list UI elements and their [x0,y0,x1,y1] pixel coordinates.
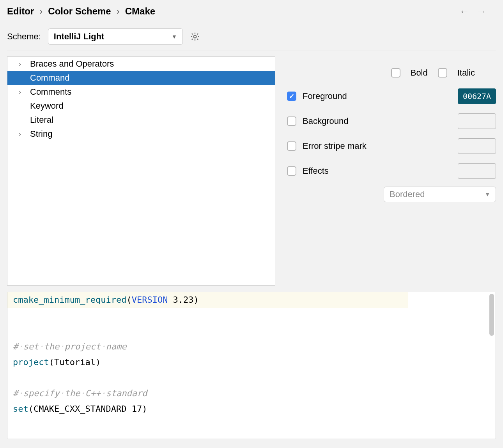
error-stripe-checkbox[interactable] [287,141,296,151]
breadcrumb-cmake[interactable]: CMake [125,6,155,17]
foreground-checkbox[interactable] [287,92,296,101]
italic-label: Italic [457,68,475,78]
effects-type-value: Bordered [390,189,425,199]
scrollbar-track[interactable] [489,294,494,437]
forward-arrow-icon[interactable]: → [476,6,487,16]
breadcrumb: Editor › Color Scheme › CMake [7,6,155,17]
code-keyword: VERSION [132,295,168,305]
code-comment: #·set·the·project·name [13,342,126,351]
foreground-label: Foreground [303,91,347,101]
svg-point-0 [193,35,196,38]
background-swatch[interactable] [458,113,496,129]
scrollbar-thumb[interactable] [489,294,494,336]
chevron-right-icon[interactable]: › [12,60,28,68]
error-stripe-label: Error stripe mark [303,141,367,151]
back-arrow-icon[interactable]: ← [459,6,469,16]
code-command: project [13,357,49,367]
bold-label: Bold [411,68,428,78]
effects-checkbox[interactable] [287,166,296,176]
tree-item-label: Braces and Operators [28,59,114,69]
chevron-right-icon: › [117,6,120,17]
chevron-down-icon: ▼ [172,34,177,40]
chevron-down-icon: ▼ [485,191,490,198]
effects-type-select[interactable]: Bordered ▼ [384,187,496,202]
tree-item-label: Command [28,73,69,83]
code-text: (Tutorial) [49,357,101,367]
category-tree: › Braces and Operators Command › Comment… [7,56,275,286]
tree-item-command[interactable]: Command [7,71,275,85]
bold-checkbox[interactable] [391,68,400,78]
preview-gutter [408,292,496,439]
breadcrumb-color-scheme[interactable]: Color Scheme [48,6,111,17]
tree-item-literal[interactable]: Literal [7,113,275,127]
chevron-right-icon[interactable]: › [12,88,28,96]
code-punct: ( [126,295,131,305]
code-text: (CMAKE_CXX_STANDARD 17) [28,404,147,414]
attribute-options: Bold Italic Foreground 00627A Background… [287,56,496,286]
gear-icon[interactable] [190,32,200,42]
scheme-label: Scheme: [7,32,41,42]
foreground-swatch[interactable]: 00627A [458,88,496,104]
tree-item-label: String [28,129,52,139]
breadcrumb-editor[interactable]: Editor [7,6,34,17]
tree-item-braces[interactable]: › Braces and Operators [7,57,275,71]
scheme-select[interactable]: IntelliJ Light ▼ [48,28,183,45]
italic-checkbox[interactable] [438,68,447,78]
code-comment: #·specify·the·C++·standard [13,388,147,398]
code-text: 3.23) [168,295,198,305]
tree-item-comments[interactable]: › Comments [7,85,275,99]
tree-item-label: Keyword [28,101,64,111]
background-checkbox[interactable] [287,116,296,126]
preview-code-area[interactable]: cmake_minimum_required(VERSION 3.23) #·s… [7,292,408,439]
error-stripe-swatch[interactable] [458,138,496,154]
divider [7,51,496,51]
code-command: cmake_minimum_required [13,295,126,305]
background-label: Background [303,116,348,126]
tree-item-label: Comments [28,87,71,97]
chevron-right-icon: › [39,6,43,17]
effects-swatch[interactable] [458,163,496,179]
effects-label: Effects [303,166,329,176]
scheme-value: IntelliJ Light [54,32,104,42]
tree-item-label: Literal [28,115,53,125]
code-preview: cmake_minimum_required(VERSION 3.23) #·s… [7,292,496,439]
code-command: set [13,404,28,414]
tree-item-string[interactable]: › String [7,127,275,141]
tree-item-keyword[interactable]: Keyword [7,99,275,113]
chevron-right-icon[interactable]: › [12,130,28,138]
